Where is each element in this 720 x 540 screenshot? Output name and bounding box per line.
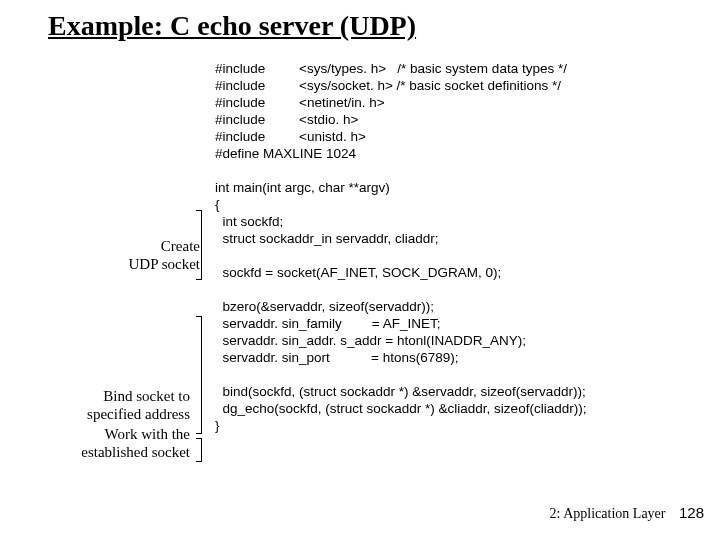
bracket-tip: [196, 433, 202, 434]
slide-title: Example: C echo server (UDP): [48, 10, 416, 42]
slide-footer: 2: Application Layer 128: [550, 504, 704, 522]
bracket-tip: [196, 210, 202, 211]
footer-chapter: 2: Application Layer: [550, 506, 666, 521]
bracket-create-socket: [201, 210, 202, 280]
bracket-tip: [196, 279, 202, 280]
annotation-work-socket: Work with the established socket: [34, 425, 190, 461]
bracket-bind-socket: [201, 316, 202, 434]
footer-page-number: 128: [679, 504, 704, 521]
bracket-tip: [196, 316, 202, 317]
annotation-create-socket: Create UDP socket: [90, 237, 200, 273]
code-block: #include <sys/types. h> /* basic system …: [215, 60, 586, 434]
annotation-bind-socket: Bind socket to specified address: [20, 387, 190, 423]
bracket-work-socket: [201, 438, 202, 462]
bracket-tip: [196, 461, 202, 462]
bracket-tip: [196, 438, 202, 439]
